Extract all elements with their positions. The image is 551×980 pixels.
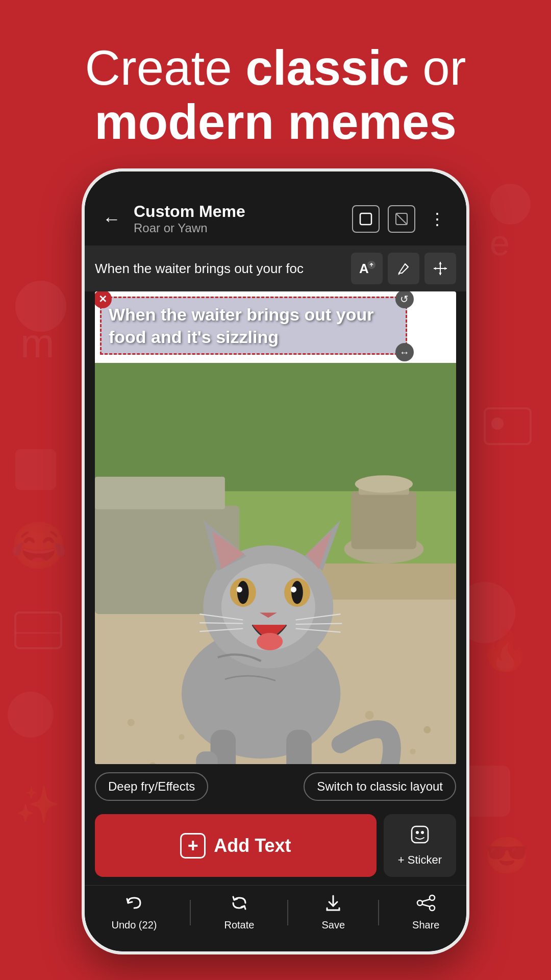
svg-point-62 [410, 748, 415, 754]
back-button[interactable]: ← [100, 206, 123, 232]
text-resize-button[interactable]: ↔ [395, 343, 414, 361]
svg-line-55 [296, 624, 342, 624]
bottom-nav: Undo (22) Rotate [85, 885, 466, 951]
svg-point-46 [291, 581, 303, 604]
svg-point-4 [8, 692, 54, 738]
nav-divider-1 [190, 900, 191, 925]
frame-icon-button[interactable] [352, 205, 380, 233]
deep-fry-button[interactable]: Deep fry/Effects [95, 772, 208, 801]
svg-point-48 [291, 586, 296, 592]
add-text-label: Add Text [214, 835, 291, 856]
svg-point-44 [237, 581, 249, 604]
svg-point-1 [490, 184, 531, 225]
svg-point-70 [430, 905, 435, 911]
svg-rect-2 [15, 449, 56, 490]
svg-point-66 [416, 831, 419, 834]
undo-label: Undo (22) [112, 919, 157, 931]
sticker-icon [410, 824, 430, 849]
front-camera [270, 181, 281, 192]
hero-bold: classic [245, 40, 409, 95]
nav-divider-3 [378, 900, 379, 925]
paint-button[interactable] [388, 253, 419, 284]
add-sticker-button[interactable]: + Sticker [384, 814, 456, 877]
add-text-plus-icon: + [180, 833, 206, 859]
text-overlay-box[interactable]: ✕ ↺ ↔ When the waiter brings out your fo… [100, 297, 407, 355]
top-icons: ⋮ [352, 205, 451, 233]
svg-point-61 [365, 711, 374, 720]
rotate-icon [229, 894, 249, 916]
svg-rect-16 [360, 213, 371, 225]
share-icon [416, 894, 436, 916]
svg-text:A: A [359, 261, 369, 276]
svg-point-47 [237, 586, 242, 592]
effects-bar: Deep fry/Effects Switch to classic layou… [85, 764, 466, 809]
svg-rect-14 [485, 408, 531, 444]
svg-text:e: e [490, 223, 510, 263]
svg-text:😎: 😎 [485, 835, 530, 877]
app-title: Custom Meme [134, 202, 342, 221]
svg-point-59 [128, 719, 135, 726]
app-subtitle: Roar or Yawn [134, 221, 342, 235]
add-text-row: + Add Text + Sticker [85, 809, 466, 885]
undo-icon [124, 894, 144, 916]
svg-rect-28 [352, 491, 416, 549]
svg-text:🔥: 🔥 [480, 625, 531, 674]
save-label: Save [321, 919, 345, 931]
nav-rotate[interactable]: Rotate [224, 894, 254, 931]
sticker-label: + Sticker [398, 853, 442, 867]
power-button [466, 325, 469, 365]
svg-point-60 [179, 734, 184, 740]
svg-point-69 [417, 900, 422, 905]
svg-rect-65 [412, 826, 428, 843]
font-settings-button[interactable]: A [351, 253, 383, 284]
svg-text:✨: ✨ [15, 783, 60, 826]
svg-rect-32 [95, 477, 225, 509]
text-input-bar: A [85, 246, 466, 291]
svg-line-72 [422, 904, 430, 906]
hero-section: Create classic or modern memes [0, 41, 551, 149]
svg-point-67 [421, 831, 424, 834]
nav-divider-2 [287, 900, 288, 925]
svg-line-71 [422, 899, 430, 901]
svg-point-15 [491, 418, 504, 430]
app-content: ← Custom Meme Roar or Yawn ⋮ [85, 172, 466, 951]
text-input[interactable] [95, 261, 346, 277]
move-button[interactable] [424, 253, 456, 284]
svg-point-30 [355, 475, 413, 493]
svg-line-18 [396, 213, 407, 225]
text-rotate-button[interactable]: ↺ [395, 291, 414, 308]
nav-share[interactable]: Share [412, 894, 439, 931]
more-options-button[interactable]: ⋮ [423, 205, 451, 233]
phone-mockup: ← Custom Meme Roar or Yawn ⋮ [82, 168, 469, 954]
share-label: Share [412, 919, 439, 931]
text-overlay-content: When the waiter brings out your food and… [109, 303, 398, 348]
hero-line2: modern memes [94, 94, 457, 149]
svg-text:m: m [20, 321, 55, 366]
svg-point-64 [423, 726, 431, 733]
add-text-button[interactable]: + Add Text [95, 814, 377, 877]
hero-line1-end: or [409, 40, 466, 95]
svg-line-52 [199, 623, 243, 623]
nav-undo[interactable]: Undo (22) [112, 894, 157, 931]
title-area: Custom Meme Roar or Yawn [134, 202, 342, 235]
switch-layout-button[interactable]: Switch to classic layout [304, 772, 456, 801]
cat-image-area [95, 363, 456, 764]
svg-rect-35 [286, 730, 312, 764]
svg-rect-12 [15, 612, 61, 648]
volume-button [466, 376, 469, 416]
hero-line1: Create [85, 40, 245, 95]
save-icon [323, 894, 343, 916]
rotate-label: Rotate [224, 919, 254, 931]
svg-text:😂: 😂 [10, 519, 68, 573]
crop-icon-button[interactable] [388, 205, 415, 233]
meme-canvas[interactable]: ✕ ↺ ↔ When the waiter brings out your fo… [95, 291, 456, 764]
svg-point-68 [430, 895, 435, 900]
nav-save[interactable]: Save [321, 894, 345, 931]
svg-point-50 [257, 633, 283, 650]
